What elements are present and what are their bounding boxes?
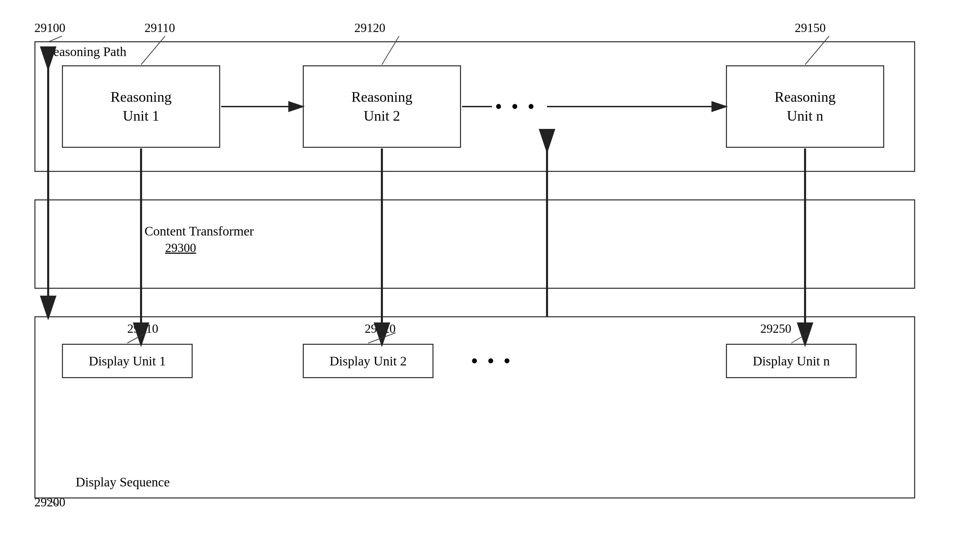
ref-29110: 29110	[144, 21, 175, 35]
dots-horizontal-bottom: • • •	[471, 351, 513, 371]
reasoning-unit-n: Reasoning Unit n	[726, 65, 884, 148]
reasoning-unit-2: Reasoning Unit 2	[303, 65, 461, 148]
ref-29220: 29220	[365, 322, 396, 336]
content-transformer-label: Content Transformer	[144, 223, 254, 238]
ref-29200: 29200	[34, 495, 65, 509]
dots-horizontal-top: • • •	[495, 96, 537, 116]
ref-29150: 29150	[795, 21, 826, 35]
display-unit-2: Display Unit 2	[303, 344, 433, 378]
display-unit-n: Display Unit n	[726, 344, 857, 378]
ref-29100: 29100	[34, 21, 65, 35]
display-unit-1: Display Unit 1	[62, 344, 192, 378]
display-sequence-label: Display Sequence	[76, 474, 170, 489]
reasoning-path-label: Reasoning Path	[45, 44, 126, 59]
ref-29120: 29120	[354, 21, 385, 35]
reasoning-unit-1: Reasoning Unit 1	[62, 65, 220, 148]
ref-29250: 29250	[761, 322, 791, 336]
ref-29210: 29210	[127, 322, 158, 336]
ref-29300: 29300	[165, 241, 196, 255]
diagram: 29100 29110 29120 29150 Reasoning Path R…	[21, 21, 932, 543]
